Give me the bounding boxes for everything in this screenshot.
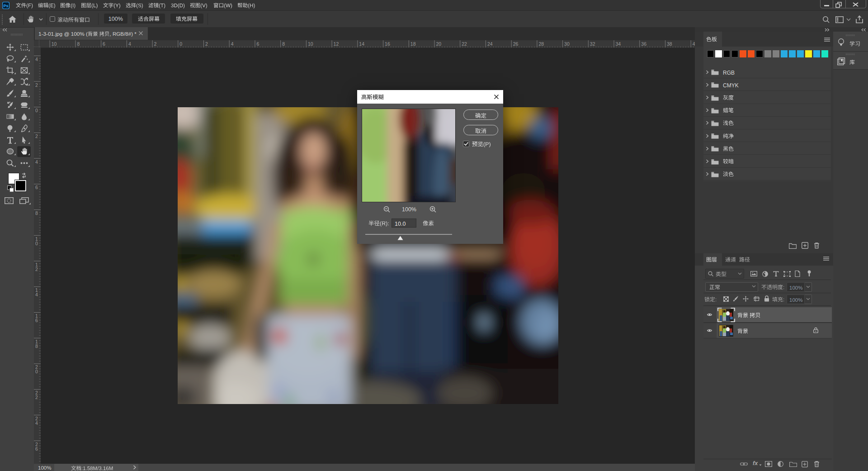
svg-text:34: 34 — [616, 41, 621, 47]
svg-text:2: 2 — [35, 82, 38, 88]
svg-text:36: 36 — [641, 41, 646, 47]
svg-text:4: 4 — [35, 292, 38, 297]
svg-text:0: 0 — [35, 108, 38, 113]
svg-text:38: 38 — [667, 41, 672, 47]
svg-text:2: 2 — [35, 133, 38, 139]
svg-text:10: 10 — [308, 41, 313, 47]
svg-text:6: 6 — [257, 41, 259, 47]
svg-text:4: 4 — [128, 41, 131, 47]
svg-text:16: 16 — [385, 41, 390, 47]
svg-text:8: 8 — [35, 210, 38, 216]
svg-text:0: 0 — [179, 41, 182, 47]
svg-text:22: 22 — [462, 41, 467, 47]
svg-text:0: 0 — [35, 369, 38, 374]
svg-text:28: 28 — [538, 41, 544, 47]
svg-text:4: 4 — [35, 420, 38, 426]
svg-text:8: 8 — [282, 41, 285, 47]
svg-text:2: 2 — [205, 41, 208, 47]
svg-text:6: 6 — [35, 446, 38, 452]
svg-text:8: 8 — [77, 41, 80, 47]
svg-text:30: 30 — [564, 41, 570, 47]
svg-text:0: 0 — [35, 241, 38, 246]
svg-text:4: 4 — [35, 159, 38, 165]
svg-text:2: 2 — [35, 395, 38, 400]
svg-text:12: 12 — [334, 41, 339, 47]
svg-text:14: 14 — [359, 41, 364, 47]
svg-text:6: 6 — [35, 318, 38, 323]
svg-text:32: 32 — [590, 41, 595, 47]
svg-text:6: 6 — [103, 41, 105, 47]
svg-text:18: 18 — [410, 41, 416, 47]
svg-text:24: 24 — [487, 41, 493, 47]
svg-text:2: 2 — [154, 41, 157, 47]
svg-text:6: 6 — [35, 185, 38, 190]
svg-text:4: 4 — [35, 57, 38, 62]
svg-text:20: 20 — [436, 41, 442, 47]
svg-text:8: 8 — [35, 343, 38, 349]
svg-text:2: 2 — [35, 266, 38, 272]
svg-text:10: 10 — [52, 41, 57, 47]
svg-text:4: 4 — [231, 41, 234, 47]
svg-text:Ps: Ps — [3, 4, 8, 8]
svg-text:26: 26 — [513, 41, 519, 47]
